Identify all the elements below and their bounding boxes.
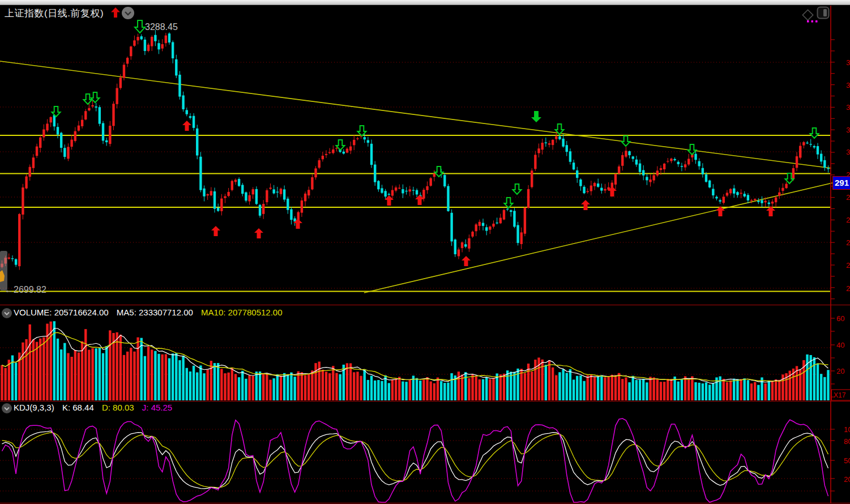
candle-body [133,40,135,46]
candle-body [25,176,27,188]
volume-bar [15,363,17,400]
volume-bar [458,371,460,400]
candle-body [516,225,519,244]
volume-bar [744,378,746,400]
candle-body [231,181,233,190]
candle-body [726,193,728,195]
buy-signal-up-arrow-icon [211,226,220,236]
candle-body [747,195,749,200]
volume-bar [311,370,313,400]
candle-body [649,180,651,182]
volume-bar [579,375,582,400]
price-axis-label: 3000 [846,148,850,156]
gridlines-layer [0,62,830,491]
candle-body [555,136,557,139]
title-chevron-down-icon[interactable] [121,6,135,20]
candle-body [471,232,473,237]
magenta-dots-icon [806,20,820,23]
candle-body [768,203,770,204]
volume-bar [377,380,379,400]
volume-bar [687,379,690,400]
volume-bar [182,356,184,400]
candle-body [119,78,122,88]
candle-body [193,116,195,128]
volume-bar [140,338,143,400]
buy-signal-up-arrow-icon [462,256,471,266]
volume-bar [220,369,223,400]
sell-signal-hollow-down-arrow-icon [135,20,145,33]
candle-body [349,147,352,151]
volume-bar [293,377,296,400]
candle-body [15,259,17,265]
candle-body [130,46,132,56]
volume-bar [768,381,770,400]
volume-bar [513,372,515,400]
volume-axis-label: 60 [836,314,844,323]
volume-bar [625,377,627,400]
sell-signal-hollow-down-arrow-icon [688,144,697,155]
volume-bar [667,379,669,400]
volume-bar [189,371,191,400]
volume-bar [827,370,829,400]
candle-body [708,181,711,187]
candle-body [426,186,428,190]
volume-bar [297,371,300,400]
kdj-collapse-chevron-icon[interactable] [1,403,12,414]
volume-bar [600,375,603,400]
candle-body [84,111,87,119]
candle-body [374,165,376,182]
candle-body [754,199,756,200]
volume-bar [663,382,665,400]
candle-body [468,238,470,249]
candle-body [328,152,331,153]
axis-layer: 3200315031003050300029502900285028002750… [0,6,850,503]
candle-body [11,258,14,259]
volume-bar [301,372,303,400]
candle-body [809,144,811,144]
volume-bar [4,368,6,400]
chart-canvas: 3200315031003050300029502900285028002750… [0,0,850,504]
candle-body [377,181,379,190]
volume-ma5-line [2,328,828,383]
volume-bar [105,346,108,400]
volume-bar [635,380,638,400]
candle-body [698,161,700,166]
candle-body [639,164,641,172]
candle-body [823,160,826,168]
volume-bar [231,368,233,400]
candle-body [827,168,829,169]
candle-body [625,151,627,157]
volume-bar [820,374,822,400]
volume-bar [642,379,644,400]
candle-body [67,147,69,159]
volume-collapse-chevron-icon[interactable] [1,307,12,319]
candle-body [405,191,407,191]
candle-body [401,189,404,193]
volume-bar [91,348,93,400]
kdj-k-line [2,431,828,489]
candle-body [729,189,732,194]
volume-bar [130,348,132,400]
volume-bar [207,370,209,400]
candle-body [384,191,386,197]
volume-bar [356,371,358,400]
volume-bar [649,377,651,400]
volume-bar [677,382,680,400]
candle-body [391,190,394,196]
panel-split-icon[interactable] [817,6,830,20]
candle-body [820,154,822,162]
candle-body [276,192,279,193]
volume-bar [632,376,634,400]
candle-body [91,105,93,106]
trendlines-layer[interactable] [0,61,832,293]
volume-bar [227,373,229,400]
volume-bar [409,379,411,400]
candle-body [520,232,523,244]
volume-bar [771,381,774,400]
volume-bar [32,339,35,400]
candle-body [458,250,460,257]
candle-body [492,224,494,227]
candle-body [806,143,808,143]
candle-body [199,157,202,190]
volume-ma5-value: MA5: 233307712.00 [117,307,193,317]
